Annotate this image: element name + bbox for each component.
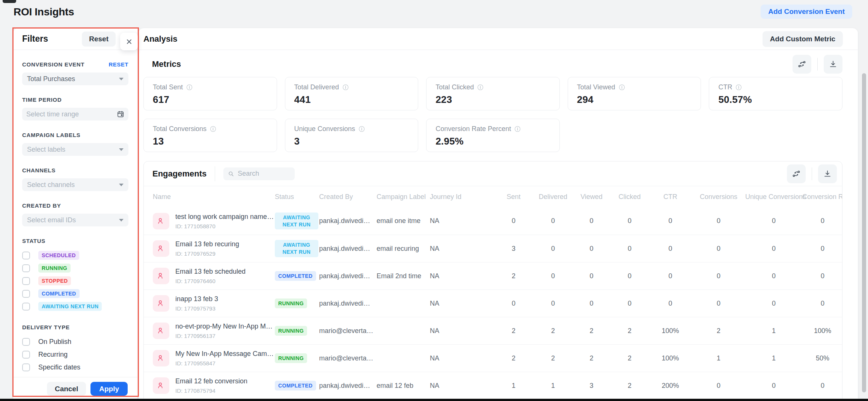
delivery-type-checkbox[interactable]: [22, 363, 30, 371]
status-checkbox[interactable]: [22, 290, 30, 298]
sent-cell: 0: [494, 300, 533, 308]
table-row[interactable]: My New In-App Message Campaign ID: 17709…: [144, 344, 842, 372]
table-column-header[interactable]: Delivered: [533, 193, 573, 201]
engagements-download-button[interactable]: [818, 164, 837, 183]
campaign-name[interactable]: no-evt-prop-My New In-App Message Cam...: [175, 323, 275, 330]
table-row[interactable]: test long work campaign name test long w…: [144, 207, 842, 235]
filters-reset-button[interactable]: Reset: [82, 32, 116, 47]
info-icon[interactable]: [735, 84, 742, 90]
metric-card-value: 441: [294, 94, 409, 106]
table-row[interactable]: Email 13 feb recuring ID: 1770976529 AWA…: [144, 235, 842, 262]
info-icon[interactable]: [514, 126, 521, 132]
metric-card-label: Total Delivered: [294, 83, 339, 91]
table-column-header[interactable]: Conversion Rate: [802, 193, 842, 201]
filters-header: Filters Reset: [13, 28, 137, 50]
person-icon: [157, 381, 166, 390]
sync-flow-icon: [792, 169, 801, 178]
table-column-header[interactable]: Conversions: [692, 193, 745, 201]
campaign-name[interactable]: Email 13 feb recuring: [175, 240, 239, 248]
info-icon[interactable]: [342, 84, 349, 90]
info-icon[interactable]: [477, 84, 484, 90]
analysis-header: Analysis Add Custom Metric: [139, 28, 858, 50]
delivered-cell: 0: [533, 245, 573, 253]
campaign-name[interactable]: Email 13 feb scheduled: [175, 268, 246, 276]
table-column-header[interactable]: Journey Id: [430, 193, 494, 201]
metrics-download-button[interactable]: [824, 55, 842, 74]
table-column-header[interactable]: CTR: [649, 193, 692, 201]
metric-card-label: Total Conversions: [153, 125, 206, 133]
metric-card-label: Total Sent: [153, 83, 183, 91]
viewed-cell: 0: [573, 217, 610, 225]
metric-card-value: 294: [577, 94, 692, 106]
cancel-button[interactable]: Cancel: [47, 382, 86, 396]
filters-close-button[interactable]: [120, 33, 138, 50]
table-column-header[interactable]: Unique Conversions: [745, 193, 802, 201]
campaign-avatar: [153, 295, 169, 312]
engagements-actions: [787, 164, 837, 183]
chevron-down-icon: [119, 148, 124, 151]
status-checkbox[interactable]: [22, 303, 30, 311]
clicked-cell: 2: [610, 354, 649, 362]
header-divider: [215, 166, 215, 181]
add-conversion-event-button[interactable]: Add Conversion Event: [761, 5, 852, 19]
time-period-input-wrap[interactable]: [22, 108, 128, 121]
metric-card: Unique Conversions 3: [285, 119, 419, 152]
created-by-select[interactable]: Select email IDs: [22, 214, 128, 226]
unique-conversions-cell: 0: [745, 272, 802, 280]
status-checkbox[interactable]: [22, 277, 30, 285]
campaign-name[interactable]: test long work campaign name test long w…: [175, 213, 275, 221]
table-column-header[interactable]: Clicked: [610, 193, 649, 201]
search-input[interactable]: [238, 170, 290, 178]
info-icon[interactable]: [619, 84, 625, 90]
status-checkbox[interactable]: [22, 264, 30, 272]
table-column-header[interactable]: Sent: [494, 193, 533, 201]
conversion-rate-cell: 0: [802, 272, 842, 280]
campaign-name[interactable]: Email 12 feb conversion: [175, 377, 247, 385]
analysis-title: Analysis: [143, 34, 178, 44]
conversion-event-reset-link[interactable]: RESET: [108, 61, 128, 68]
channels-select[interactable]: Select channels: [22, 178, 128, 191]
delivery-type-option-row: On Publish: [22, 335, 128, 348]
metric-card-value: 617: [153, 94, 268, 106]
delivered-cell: 0: [533, 272, 573, 280]
journey-id-cell: NA: [430, 272, 494, 280]
apply-button[interactable]: Apply: [90, 382, 128, 396]
time-period-input[interactable]: [26, 110, 117, 118]
person-icon: [157, 271, 166, 280]
table-column-header[interactable]: Name: [153, 193, 275, 201]
journey-id-cell: NA: [430, 382, 494, 390]
status-checkbox[interactable]: [22, 252, 30, 259]
delivery-type-option-label: Recurring: [38, 351, 68, 359]
campaign-name[interactable]: inapp 13 feb 3: [175, 295, 218, 303]
campaign-labels-select[interactable]: Select labels: [22, 143, 128, 156]
created-by-cell: pankaj.dwivedi@cle...: [319, 300, 377, 308]
info-icon[interactable]: [186, 84, 193, 90]
table-row[interactable]: Email 13 feb scheduled ID: 1770976460 CO…: [144, 262, 842, 289]
vertical-scrollbar[interactable]: [862, 73, 866, 392]
add-custom-metric-button[interactable]: Add Custom Metric: [763, 31, 843, 47]
table-row[interactable]: inapp 13 feb 3 ID: 1770975793 RUNNING pa…: [144, 289, 842, 317]
metric-card-value: 223: [436, 94, 550, 106]
engagements-header: Engagements: [144, 161, 842, 186]
status-label: STATUS: [22, 238, 45, 244]
table-column-header[interactable]: Campaign Label: [377, 193, 430, 201]
created-by-cell: pankaj.dwivedi@cle...: [319, 272, 377, 280]
table-column-header[interactable]: Status: [275, 193, 319, 201]
table-column-header[interactable]: Viewed: [573, 193, 610, 201]
table-column-header[interactable]: Created By: [319, 193, 377, 201]
table-header: Name Status Created By Campaign Label Jo…: [144, 186, 842, 207]
metrics-flow-button[interactable]: [793, 55, 811, 74]
filter-section-delivery-type: DELIVERY TYPE On Publish Recurring Speci…: [22, 324, 128, 374]
delivery-type-checkbox[interactable]: [22, 351, 30, 359]
conversion-event-select[interactable]: Total Purchases: [22, 72, 128, 85]
table-row[interactable]: no-evt-prop-My New In-App Message Cam...…: [144, 317, 842, 344]
engagements-flow-button[interactable]: [787, 164, 806, 183]
info-icon[interactable]: [210, 126, 216, 132]
info-icon[interactable]: [359, 126, 365, 132]
campaign-name[interactable]: My New In-App Message Campaign: [175, 350, 275, 358]
table-row[interactable]: Email 12 feb conversion ID: 1770875794 C…: [144, 372, 842, 399]
delivery-type-checkbox[interactable]: [22, 338, 30, 346]
engagements-search[interactable]: [223, 167, 295, 180]
status-option-row: COMPLETED: [22, 287, 128, 300]
viewed-cell: 0: [573, 245, 610, 253]
